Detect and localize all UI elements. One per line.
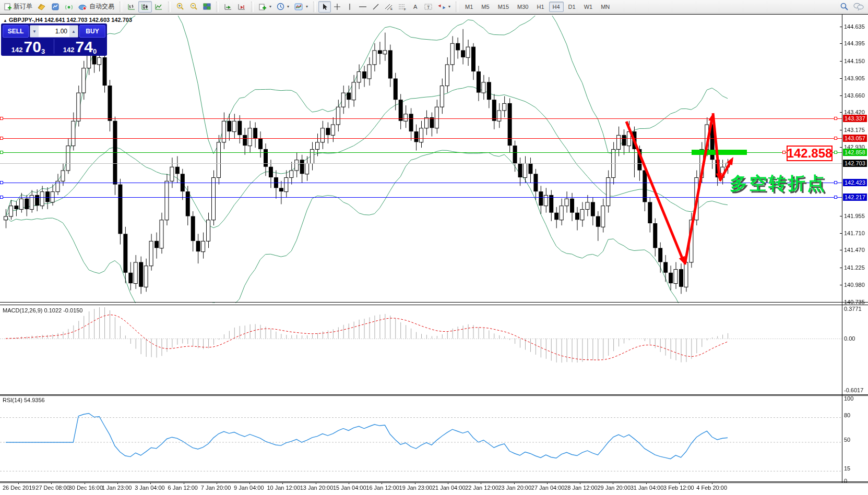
date-tick-mark (249, 482, 250, 484)
date-label: 7 Jan 20:00 (201, 485, 231, 491)
crosshair-tool-button[interactable] (331, 1, 343, 13)
price-tick-mark (840, 61, 842, 62)
horizontal-level-line-143.337[interactable] (0, 118, 842, 119)
line-chart-button[interactable] (152, 1, 165, 13)
macd-pane-canvas[interactable] (0, 306, 842, 394)
pane-separator[interactable] (0, 302, 868, 303)
bar-chart-button[interactable] (125, 1, 138, 13)
date-tick-mark (316, 482, 316, 484)
buy-button[interactable]: BUY (79, 25, 105, 38)
price-tick-mark (840, 78, 842, 79)
line-anchor-handle[interactable] (834, 151, 837, 154)
tile-windows-icon (203, 3, 211, 10)
line-anchor-handle[interactable] (834, 117, 837, 120)
text-tool-button[interactable]: A (409, 1, 422, 13)
pane-separator[interactable] (0, 394, 868, 395)
price-tick-label: 141.710 (844, 230, 865, 236)
ledger-button[interactable] (35, 1, 49, 13)
tf-button-W1[interactable]: W1 (580, 2, 597, 12)
periods-button[interactable]: ▾ (274, 1, 292, 13)
rsi-axis-label: 100 (844, 395, 853, 402)
zoom-in-button[interactable] (173, 1, 187, 13)
volume-input[interactable]: 1.00 (39, 26, 69, 37)
zoom-out-button[interactable] (187, 1, 200, 13)
tf-button-MN[interactable]: MN (597, 2, 613, 12)
charts-window-button[interactable] (49, 1, 62, 13)
pane-separator[interactable] (0, 305, 868, 305)
tf-button-M1[interactable]: M1 (461, 2, 477, 12)
line-anchor-handle[interactable] (0, 196, 3, 199)
zoom-out-icon (189, 3, 198, 10)
new-chart-button[interactable]: ▾ (256, 1, 274, 13)
price-callout-box[interactable]: 142.858 (787, 146, 833, 161)
date-tick-mark (679, 482, 680, 484)
channel-tool-button[interactable]: E (382, 1, 396, 13)
pane-separator[interactable] (0, 395, 868, 396)
chart-window: ▲GBPJPY-,H4 142.641 142.703 142.603 142.… (0, 14, 868, 495)
templates-button[interactable]: ▾ (292, 1, 311, 13)
toolbar-separator (216, 2, 219, 12)
line-anchor-handle[interactable] (0, 151, 3, 154)
vertical-line-icon (347, 3, 352, 10)
line-anchor-handle[interactable] (0, 137, 3, 140)
horizontal-level-line-142.217[interactable] (0, 197, 842, 198)
date-tick-mark (217, 482, 217, 484)
sell-button[interactable]: SELL (3, 25, 29, 38)
horizontal-line-tool-button[interactable] (356, 1, 370, 13)
price-badge-142.858: 142.858 (843, 149, 867, 156)
horizontal-level-line-142.423[interactable] (0, 183, 842, 183)
price-chart-canvas[interactable] (0, 16, 842, 303)
arrows-tool-button[interactable]: ▾ (435, 1, 453, 13)
date-label: 30 Dec 16:00 (69, 485, 103, 491)
sell-price[interactable]: 142703 (3, 38, 54, 55)
cursor-tool-button[interactable] (318, 1, 331, 13)
date-label: 29 Jan 20:00 (597, 485, 631, 491)
tf-button-H1[interactable]: H1 (533, 2, 548, 12)
trendline-tool-button[interactable] (370, 1, 382, 13)
date-tick-mark (184, 482, 184, 484)
price-tick-label: 143.905 (844, 75, 865, 81)
rsi-pane-canvas[interactable] (0, 396, 842, 481)
tf-button-M5[interactable]: M5 (478, 2, 493, 12)
line-anchor-handle[interactable] (0, 181, 3, 184)
text-label-tool-button[interactable]: T (422, 1, 435, 13)
text-icon: A (412, 3, 419, 10)
date-label: 21 Jan 04:00 (432, 485, 466, 491)
tf-button-M15[interactable]: M15 (494, 2, 513, 12)
dropdown-caret-icon: ▾ (269, 4, 271, 9)
vertical-line-tool-button[interactable] (343, 1, 356, 13)
tf-button-M30[interactable]: M30 (514, 2, 532, 12)
line-anchor-handle[interactable] (0, 117, 3, 120)
volume-down-button[interactable]: ▼ (30, 26, 39, 37)
chart-shift-button[interactable] (235, 1, 248, 13)
date-label: 26 Dec 2019 (3, 485, 35, 491)
line-anchor-handle[interactable] (834, 137, 837, 140)
horizontal-level-line-143.057[interactable] (0, 138, 842, 139)
volume-up-button[interactable]: ▲ (69, 26, 78, 37)
dropdown-caret-icon: ▾ (287, 4, 289, 9)
callout-anchor-handle[interactable] (782, 151, 786, 154)
signal-button[interactable] (62, 1, 76, 13)
auto-trading-label: 自动交易 (89, 2, 114, 11)
chart-shift-icon (237, 3, 246, 10)
auto-trading-button[interactable]: 自动交易 (76, 1, 117, 13)
buy-price[interactable]: 142740 (54, 38, 105, 55)
price-axis-border (842, 15, 842, 482)
search-icon[interactable] (840, 3, 848, 10)
tf-button-H4[interactable]: H4 (549, 2, 564, 12)
new-order-button[interactable]: 新订单 (2, 1, 35, 13)
tile-windows-button[interactable] (200, 1, 213, 13)
price-tick-label: 143.175 (844, 127, 865, 133)
community-chat-icon[interactable] (853, 3, 864, 10)
line-anchor-handle[interactable] (834, 181, 837, 184)
price-tick-mark (840, 95, 842, 96)
fibonacci-tool-button[interactable]: F (396, 1, 409, 13)
line-anchor-handle[interactable] (834, 196, 837, 199)
auto-scroll-button[interactable] (221, 1, 235, 13)
tf-button-D1[interactable]: D1 (565, 2, 579, 12)
candlestick-button[interactable] (138, 1, 152, 13)
green-level-bar[interactable] (692, 150, 747, 155)
date-label: 6 Jan 12:00 (168, 485, 198, 491)
chinese-annotation-text[interactable]: 多空转折点 (730, 172, 826, 196)
date-label: 22 Jan 12:00 (465, 485, 498, 491)
